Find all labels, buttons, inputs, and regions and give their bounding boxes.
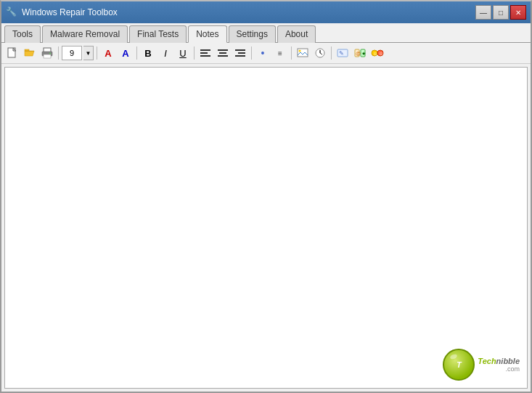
watermark-text-wrap: Technibble .com: [478, 357, 520, 373]
tab-about[interactable]: About: [277, 25, 316, 43]
tool1-icon: ✎: [337, 48, 348, 58]
svg-point-7: [49, 53, 51, 54]
image-button[interactable]: [295, 45, 311, 61]
tab-tools[interactable]: Tools: [4, 25, 41, 43]
tab-final-tests[interactable]: Final Tests: [129, 25, 187, 43]
minimize-button[interactable]: —: [475, 5, 491, 20]
watermark-circle: T: [443, 349, 475, 381]
title-bar-left: 🔧 Windows Repair Toolbox: [6, 7, 118, 18]
main-window: 🔧 Windows Repair Toolbox — □ ✕ Tools Mal…: [0, 0, 532, 393]
watermark-logo: T Technibble .com: [443, 349, 520, 381]
tool3-icon: ☺ ☺: [371, 47, 384, 59]
editor-area[interactable]: T Technibble .com: [4, 67, 528, 389]
separator-3: [136, 46, 137, 60]
svg-rect-14: [235, 49, 245, 51]
svg-text:✎: ✎: [339, 50, 344, 57]
svg-rect-6: [44, 54, 51, 58]
svg-rect-3: [25, 51, 34, 52]
align-right-icon: [235, 49, 245, 57]
separator-2: [97, 46, 97, 60]
maximize-button[interactable]: □: [493, 5, 509, 20]
tool2-icon: @ ★: [354, 48, 366, 58]
underline-button[interactable]: U: [175, 45, 191, 61]
title-bar: 🔧 Windows Repair Toolbox — □ ✕: [1, 1, 531, 23]
align-right-button[interactable]: [232, 45, 248, 61]
title-buttons: — □ ✕: [475, 5, 526, 20]
svg-rect-9: [200, 52, 208, 54]
bold-icon: B: [144, 48, 151, 59]
watermark: T Technibble .com: [443, 349, 520, 381]
align-center-icon: [218, 49, 228, 57]
svg-text:★: ★: [361, 51, 366, 56]
font-size-input[interactable]: 9: [62, 46, 82, 60]
align-left-icon: [200, 49, 210, 57]
separator-5: [251, 46, 252, 60]
font-color2-button[interactable]: A: [118, 45, 134, 61]
print-icon: [41, 47, 53, 59]
svg-rect-11: [218, 49, 228, 51]
tool1-button[interactable]: ✎: [335, 45, 351, 61]
separator-7: [331, 46, 332, 60]
align-left-button[interactable]: [197, 45, 213, 61]
svg-text:☺: ☺: [373, 51, 378, 56]
svg-rect-12: [219, 52, 226, 54]
svg-rect-8: [200, 49, 210, 51]
clock-icon: [315, 48, 325, 58]
svg-point-18: [299, 50, 301, 52]
svg-text:☺: ☺: [379, 51, 384, 56]
watermark-com-text: .com: [505, 365, 520, 373]
watermark-tech-text: Technibble: [478, 357, 520, 365]
image-icon: [297, 48, 308, 58]
separator-1: [58, 46, 59, 60]
svg-rect-13: [218, 55, 228, 57]
app-icon: 🔧: [6, 7, 17, 18]
close-button[interactable]: ✕: [510, 5, 526, 20]
bold-button[interactable]: B: [140, 45, 156, 61]
tab-notes[interactable]: Notes: [188, 25, 226, 43]
italic-button[interactable]: I: [157, 45, 173, 61]
new-button[interactable]: [4, 45, 20, 61]
svg-text:@: @: [356, 51, 361, 56]
separator-6: [291, 46, 292, 60]
tab-settings[interactable]: Settings: [229, 25, 276, 43]
underline-icon: U: [179, 48, 186, 59]
font-color-icon: A: [105, 48, 111, 59]
svg-rect-16: [235, 55, 245, 57]
bullet-icon: •: [261, 47, 265, 59]
new-icon: [7, 47, 18, 59]
font-color2-icon: A: [122, 48, 128, 59]
align-center-button[interactable]: [215, 45, 231, 61]
svg-rect-2: [25, 49, 29, 51]
italic-icon: I: [164, 48, 167, 59]
font-size-dropdown[interactable]: ▼: [83, 46, 94, 60]
bullet-button[interactable]: •: [255, 45, 271, 61]
svg-rect-10: [200, 55, 210, 57]
separator-4: [194, 46, 195, 60]
svg-rect-15: [238, 52, 245, 54]
bullet2-button[interactable]: ≡: [272, 45, 288, 61]
svg-rect-17: [298, 49, 308, 57]
open-button[interactable]: [22, 45, 38, 61]
tool3-button[interactable]: ☺ ☺: [369, 45, 385, 61]
font-color-button[interactable]: A: [100, 45, 116, 61]
window-title: Windows Repair Toolbox: [22, 7, 118, 17]
open-icon: [24, 47, 36, 59]
toolbar: 9 ▼ A A B I U: [1, 43, 531, 64]
clock-button[interactable]: [312, 45, 328, 61]
tool2-button[interactable]: @ ★: [352, 45, 368, 61]
bullet2-icon: ≡: [278, 49, 282, 57]
tabs-bar: Tools Malware Removal Final Tests Notes …: [1, 23, 531, 43]
print-button[interactable]: [39, 45, 55, 61]
tab-malware-removal[interactable]: Malware Removal: [42, 25, 128, 43]
